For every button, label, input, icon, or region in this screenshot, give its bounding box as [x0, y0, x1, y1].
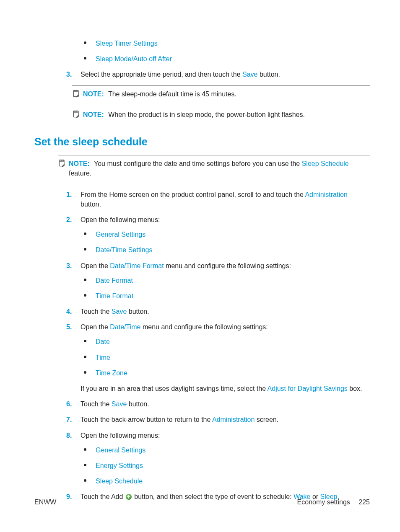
step-7: 7. Touch the back-arrow button to return…	[34, 415, 370, 424]
link-text: Sleep Schedule	[96, 478, 143, 485]
link-text: Adjust for Daylight Savings	[268, 385, 348, 392]
link-text: Save	[112, 308, 127, 315]
step-text: button.	[258, 71, 280, 78]
step-number: 2.	[66, 215, 72, 225]
step-text: screen.	[255, 416, 278, 423]
note-text: You must configure the date and time set…	[94, 160, 302, 167]
bullet-item: General Settings	[81, 230, 370, 239]
link-text: Time Format	[96, 292, 133, 300]
step-text: Touch the back-arrow button to return to…	[81, 416, 212, 423]
bullet-item: Time Format	[81, 291, 370, 301]
link-text: Sleep Schedule	[302, 160, 349, 167]
footer-section: Economy settings	[297, 498, 350, 506]
note-box: NOTE: When the product is in sleep mode,…	[72, 101, 370, 123]
link-text: Save	[242, 71, 257, 78]
note-label: NOTE:	[69, 160, 90, 167]
link-text: Date/Time Settings	[96, 246, 152, 253]
step-text: Open the	[81, 262, 110, 269]
note-text: feature.	[69, 170, 91, 177]
note-text: When the product is in sleep mode, the p…	[108, 111, 305, 118]
step-text: menu and configure the following setting…	[140, 323, 268, 331]
step-5: 5. Open the Date/Time menu and configure…	[34, 322, 370, 393]
step-text: button.	[127, 308, 149, 315]
step-8: 8. Open the following menus: General Set…	[34, 431, 370, 486]
link-text: Date/Time Format	[110, 262, 164, 269]
link-text: Administration	[305, 191, 347, 198]
bullet-item: Date	[81, 337, 370, 346]
link-text: Time Zone	[96, 369, 127, 377]
note-label: NOTE:	[83, 111, 104, 118]
step-number: 7.	[66, 415, 72, 424]
bullet-item: Sleep Schedule	[81, 476, 370, 486]
link-text: General Settings	[96, 447, 145, 454]
step-number: 3.	[66, 70, 72, 79]
step-number: 5.	[66, 322, 72, 332]
link-text: Administration	[212, 416, 255, 423]
link-text: Date Format	[96, 277, 133, 284]
page-footer: ENWW Economy settings 225	[34, 497, 370, 507]
step-number: 4.	[66, 307, 72, 316]
note-label: NOTE:	[83, 90, 104, 98]
note-icon	[72, 110, 81, 119]
link-text: Sleep Mode/Auto off After	[96, 55, 172, 62]
step-1: 1. From the Home screen on the product c…	[34, 190, 370, 209]
step-text: menu and configure the following setting…	[164, 262, 291, 269]
step-2: 2. Open the following menus: General Set…	[34, 215, 370, 255]
bullet-item: Date/Time Settings	[81, 245, 370, 255]
bullet-item: General Settings	[81, 445, 370, 455]
step-text: Select the appropriate time period, and …	[81, 71, 242, 78]
footer-left: ENWW	[34, 497, 56, 507]
link-text: Date/Time	[110, 323, 140, 331]
step-number: 8.	[66, 431, 72, 440]
bullet-item: Time Zone	[81, 368, 370, 378]
step-4: 4. Touch the Save button.	[34, 307, 370, 316]
link-text: General Settings	[96, 231, 145, 238]
step-text: From the Home screen on the product cont…	[81, 191, 305, 198]
note-icon	[72, 90, 81, 98]
step-text: Open the following menus:	[81, 432, 160, 439]
note-box: NOTE: You must configure the date and ti…	[58, 155, 370, 182]
link-text: Energy Settings	[96, 462, 143, 469]
list-item-top: Sleep Timer Settings Sleep Mode/Auto off…	[34, 39, 370, 64]
step-3: 3. Open the Date/Time Format menu and co…	[34, 261, 370, 301]
step-text: Open the	[81, 323, 110, 331]
page-number: 225	[358, 498, 370, 506]
bullet-item: Energy Settings	[81, 461, 370, 470]
step-text: button.	[127, 400, 149, 408]
step-extra: If you are in an area that uses daylight…	[81, 384, 370, 393]
step-text: Touch the	[81, 308, 112, 315]
link-text: Sleep Timer Settings	[96, 40, 158, 47]
note-text: The sleep-mode default time is 45 minute…	[108, 90, 236, 98]
note-icon	[58, 159, 66, 168]
step-number: 1.	[66, 190, 72, 199]
step-text: button.	[81, 201, 101, 208]
bullet-item: Sleep Mode/Auto off After	[81, 54, 370, 64]
step-number: 6.	[66, 399, 72, 409]
bullet-item: Time	[81, 353, 370, 362]
section-heading: Set the sleep schedule	[34, 134, 370, 149]
step-3-top: 3. Select the appropriate time period, a…	[34, 70, 370, 79]
link-text: Save	[112, 400, 127, 408]
step-6: 6. Touch the Save button.	[34, 399, 370, 409]
step-number: 3.	[66, 261, 72, 271]
bullet-item: Date Format	[81, 276, 370, 285]
step-text: Open the following menus:	[81, 216, 160, 223]
step-text: Touch the	[81, 400, 112, 408]
note-box: NOTE: The sleep-mode default time is 45 …	[72, 85, 370, 101]
link-text: Time	[96, 354, 110, 361]
link-text: Date	[96, 338, 110, 345]
bullet-item: Sleep Timer Settings	[81, 39, 370, 48]
